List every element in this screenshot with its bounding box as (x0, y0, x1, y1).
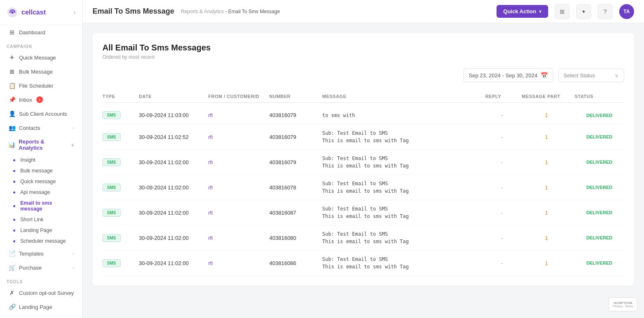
sidebar-item-sub-client-label: Sub Client Accounts (19, 111, 67, 117)
sidebar-item-landing-page-tool[interactable]: 🔗 Landing Page (2, 300, 81, 313)
cell-reply-2: - (485, 159, 518, 165)
cell-from-0[interactable]: rfi (208, 112, 266, 118)
sidebar-item-templates[interactable]: 📄 Templates › (2, 247, 81, 260)
sidebar-item-inbox[interactable]: 📌 Inbox 1 (2, 93, 81, 106)
cell-type-3: SMS (102, 184, 135, 191)
cell-message-0: to sms with (322, 112, 482, 119)
th-status: STATUS (575, 94, 624, 99)
cell-status-4: DELIVERED (575, 210, 624, 215)
cell-from-1[interactable]: rfi (208, 134, 266, 140)
date-range-value: Sep 23, 2024 - Sep 30, 2024 (469, 72, 537, 79)
cell-status-2: DELIVERED (575, 160, 624, 165)
cell-from-6[interactable]: rfi (208, 260, 266, 266)
help-icon: ? (604, 8, 607, 15)
sidebar-item-quick-message-label: Quick Message (19, 55, 56, 61)
th-reply: REPLY (485, 94, 518, 99)
cell-number-3: 403816078 (269, 184, 319, 191)
notifications-icon-btn[interactable]: ⊞ (555, 4, 570, 19)
campaign-section-label: CAMPAIGN (0, 39, 82, 50)
sidebar-item-quick-message[interactable]: ✈ Quick Message (2, 51, 81, 64)
cell-message-6: Sub: Test Email to SMSThis is email to s… (322, 256, 482, 270)
page-title: All Email To Sms Messages (102, 43, 624, 53)
cell-status-5: DELIVERED (575, 235, 624, 240)
sidebar-item-bulk-message-label: Bulk Message (19, 69, 53, 75)
table-row: SMS 30-09-2024 11:02:52 rfi 403816079 Su… (102, 124, 624, 150)
reports-chevron-icon: ∨ (71, 143, 74, 147)
help-icon-btn[interactable]: ? (598, 4, 613, 19)
sidebar-item-short-link-label: Short Link (20, 217, 43, 222)
grid-icon-btn[interactable]: ✦ (576, 4, 591, 19)
grid-icon: ✦ (581, 8, 586, 15)
cell-date-3: 30-09-2024 11:02:00 (139, 184, 205, 191)
sidebar-item-bulk-message[interactable]: ⊠ Bulk Message (2, 65, 81, 78)
sidebar-item-api-message-label: Api message (20, 189, 50, 195)
cell-date-1: 30-09-2024 11:02:52 (139, 134, 205, 140)
sidebar-item-quick-message-sub-label: Quick message (20, 179, 56, 184)
cell-date-6: 30-09-2024 11:02:00 (139, 260, 205, 266)
sidebar-item-purchase[interactable]: 🛒 Purchase › (2, 261, 81, 274)
sidebar-item-landing-page-tool-label: Landing Page (19, 304, 52, 310)
sms-badge-3: SMS (102, 184, 121, 191)
contacts-icon: 👥 (8, 124, 16, 131)
cell-type-6: SMS (102, 259, 135, 267)
cell-message-part-2: 1 (522, 159, 571, 165)
table-row: SMS 30-09-2024 11:02:00 rfi 403816080 Su… (102, 225, 624, 251)
cell-from-2[interactable]: rfi (208, 159, 266, 165)
inbox-icon: 📌 (8, 96, 16, 103)
cell-from-5[interactable]: rfi (208, 235, 266, 241)
templates-chevron-icon: › (73, 251, 74, 256)
sidebar-item-reports[interactable]: 📊 Reports & Analytics ∨ (2, 135, 81, 154)
avatar-initials: TA (623, 9, 630, 14)
api-message-dot (13, 191, 15, 194)
cell-from-3[interactable]: rfi (208, 184, 266, 191)
sidebar-item-dashboard-label: Dashboard (19, 29, 45, 36)
cell-reply-3: - (485, 184, 518, 191)
breadcrumb-reports-link[interactable]: Reports & Analytics (181, 9, 224, 14)
logo-text: cellcast (21, 9, 46, 16)
sms-badge-5: SMS (102, 234, 121, 242)
contacts-chevron-icon: › (73, 126, 74, 130)
cell-message-part-5: 1 (522, 235, 571, 241)
cell-date-4: 30-09-2024 11:02:00 (139, 210, 205, 216)
sidebar-item-insight[interactable]: Insight (0, 155, 82, 165)
cell-reply-5: - (485, 235, 518, 241)
sidebar-item-short-link[interactable]: Short Link (0, 214, 82, 225)
sidebar-item-contacts[interactable]: 👥 Contacts › (2, 121, 81, 134)
sidebar-item-custom-opt-out-label: Custom opt-out Survey (19, 290, 74, 296)
avatar[interactable]: TA (619, 4, 634, 19)
sidebar-item-custom-opt-out[interactable]: ✗ Custom opt-out Survey (2, 286, 81, 299)
cell-number-1: 403816079 (269, 134, 319, 140)
cell-reply-0: - (485, 112, 518, 118)
sms-badge-0: SMS (102, 111, 121, 119)
cell-from-4[interactable]: rfi (208, 210, 266, 216)
cell-type-5: SMS (102, 234, 135, 242)
cell-reply-4: - (485, 210, 518, 216)
sidebar-item-bulk-message-sub[interactable]: Bulk message (0, 165, 82, 176)
breadcrumb-current: Email To Sms Message (228, 9, 280, 14)
th-number: NUMBER (269, 94, 319, 99)
sidebar-item-sub-client[interactable]: 👤 Sub Client Accounts (2, 107, 81, 120)
quick-action-chevron-icon: ∨ (539, 9, 542, 14)
cell-status-0: DELIVERED (575, 113, 624, 118)
sidebar-item-api-message[interactable]: Api message (0, 187, 82, 198)
quick-action-button[interactable]: Quick Action ∨ (497, 5, 548, 18)
sidebar-item-email-to-sms[interactable]: Email to sms message (0, 198, 82, 214)
dashboard-icon: ⊞ (8, 29, 16, 36)
quick-message-icon: ✈ (8, 54, 16, 61)
sidebar-item-file-scheduler[interactable]: 📋 File Scheduler (2, 79, 81, 92)
sidebar-item-quick-message-sub[interactable]: Quick message (0, 176, 82, 187)
cellcast-logo-icon (7, 7, 18, 18)
date-range-picker[interactable]: Sep 23, 2024 - Sep 30, 2024 📅 (463, 68, 553, 82)
sidebar-item-scheduler-message[interactable]: Scheduler message (0, 236, 82, 246)
custom-opt-out-icon: ✗ (8, 289, 16, 296)
sidebar-item-landing-page-sub[interactable]: Landing Page (0, 225, 82, 236)
header: Email To Sms Message Reports & Analytics… (83, 0, 644, 23)
sidebar-item-dashboard[interactable]: ⊞ Dashboard (2, 26, 81, 39)
scheduler-message-dot (13, 240, 15, 242)
sidebar-item-purchase-label: Purchase (19, 265, 42, 271)
sidebar-collapse-btn[interactable]: › (74, 9, 76, 16)
status-select[interactable]: Select Status ∨ (558, 69, 624, 82)
page-title-header: Email To Sms Message (93, 7, 174, 16)
sidebar-item-bulk-message-sub-label: Bulk message (20, 168, 53, 174)
th-message-part: MESSAGE PART (522, 94, 571, 99)
